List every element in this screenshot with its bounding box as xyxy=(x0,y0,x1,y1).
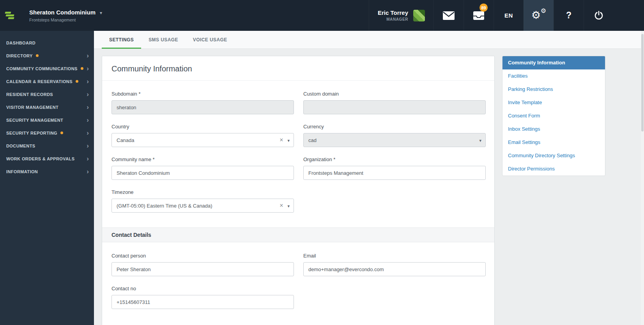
country-field-group: Country Canada xyxy=(111,124,294,147)
settings-nav-item[interactable]: Invite Template xyxy=(502,96,605,109)
sidebar-item[interactable]: SECURITY REPORTING xyxy=(0,126,94,139)
community-information-card: Community Information Subdomain * Custom… xyxy=(102,56,495,325)
community-name: Sheraton Condominium xyxy=(29,9,96,16)
currency-label: Currency xyxy=(303,124,486,130)
community-selector[interactable]: Sheraton Condominium Frontsteps Manageme… xyxy=(29,0,102,31)
sidebar-item-label: SECURITY MANAGEMENT xyxy=(6,118,63,123)
tab[interactable]: SETTINGS xyxy=(102,31,141,48)
community-name-input[interactable] xyxy=(111,166,294,180)
contact-no-input[interactable] xyxy=(111,295,294,309)
topbar: Sheraton Condominium Frontsteps Manageme… xyxy=(0,0,644,31)
user-menu[interactable]: Eric Torrey MANAGER xyxy=(369,0,433,31)
main-content: SETTINGS SMS USAGE VOICE USAGE Community… xyxy=(94,31,644,325)
app-logo[interactable] xyxy=(0,0,19,31)
email-field-group: Email xyxy=(303,253,486,276)
sidebar-item[interactable]: DASHBOARD xyxy=(0,36,94,49)
tab-label: SMS USAGE xyxy=(149,37,178,43)
sidebar-item[interactable]: DIRECTORY xyxy=(0,49,94,62)
scrollbar-thumb[interactable] xyxy=(641,34,644,131)
sidebar-item-label: INFORMATION xyxy=(6,169,38,174)
settings-nav-item[interactable]: Email Settings xyxy=(502,136,605,149)
email-input[interactable] xyxy=(303,262,486,276)
clear-icon[interactable] xyxy=(278,202,286,209)
notification-dot-icon xyxy=(76,80,78,83)
user-name: Eric Torrey xyxy=(378,9,408,16)
chevron-right-icon xyxy=(87,117,89,124)
chevron-right-icon xyxy=(87,65,89,72)
tab[interactable]: SMS USAGE xyxy=(141,31,186,48)
sidebar-item-label: WORK ORDERS & APPROVALS xyxy=(6,156,74,161)
page-title: Community Information xyxy=(111,64,485,73)
settings-nav-item[interactable]: Community Directory Settings xyxy=(502,149,605,162)
sidebar-item-label: DOCUMENTS xyxy=(6,144,35,148)
subdomain-label: Subdomain * xyxy=(111,91,294,97)
custom-domain-label: Custom domain xyxy=(303,91,486,97)
envelope-icon xyxy=(443,11,455,20)
currency-select[interactable]: cad xyxy=(303,133,486,147)
settings-nav-item[interactable]: Consent Form xyxy=(502,109,605,123)
settings-nav-item[interactable]: Inbox Settings xyxy=(502,123,605,136)
settings-nav-item[interactable]: Community Information xyxy=(502,56,605,69)
settings-nav-item[interactable]: Director Permissions xyxy=(502,162,605,176)
messages-button[interactable] xyxy=(433,0,464,31)
subdomain-field-group: Subdomain * xyxy=(111,91,294,114)
contact-details-section-header: Contact Details xyxy=(102,227,494,242)
email-label: Email xyxy=(303,253,486,259)
sidebar-item[interactable]: VISITOR MANAGEMENT xyxy=(0,101,94,114)
community-name-field-group: Community name * xyxy=(111,156,294,180)
caret-down-icon xyxy=(478,137,481,143)
chevron-right-icon xyxy=(87,104,89,111)
help-button[interactable]: ? xyxy=(554,0,584,31)
sidebar-item[interactable]: CALENDAR & RESERVATIONS xyxy=(0,75,94,88)
organization-label: Organization * xyxy=(303,156,486,162)
timezone-label: Timezone xyxy=(111,189,294,195)
country-select[interactable]: Canada xyxy=(111,133,294,147)
chevron-right-icon xyxy=(87,91,89,98)
settings-nav-item[interactable]: Parking Restrictions xyxy=(502,83,605,96)
sidebar-item-label: RESIDENT RECORDS xyxy=(6,92,53,97)
sidebar-item[interactable]: COMMUNITY COMMUNICATIONS xyxy=(0,62,94,75)
logout-button[interactable] xyxy=(584,0,614,31)
settings-nav-item[interactable]: Facilities xyxy=(502,69,605,83)
sidebar-item[interactable]: INFORMATION xyxy=(0,165,94,178)
timezone-value: (GMT-05:00) Eastern Time (US & Canada) xyxy=(117,203,278,209)
sidebar-item[interactable]: SECURITY MANAGEMENT xyxy=(0,114,94,126)
contact-person-input[interactable] xyxy=(111,262,294,276)
tab-label: VOICE USAGE xyxy=(193,37,227,43)
language-button[interactable]: EN xyxy=(494,0,524,31)
notification-dot-icon xyxy=(60,131,63,134)
clear-icon[interactable] xyxy=(278,137,286,144)
sidebar-item[interactable]: WORK ORDERS & APPROVALS xyxy=(0,152,94,165)
chevron-right-icon xyxy=(87,52,89,59)
settings-button[interactable] xyxy=(524,0,554,31)
sidebar-item-label: CALENDAR & RESERVATIONS xyxy=(6,79,73,84)
custom-domain-input[interactable] xyxy=(303,100,486,114)
sidebar-item[interactable]: RESIDENT RECORDS xyxy=(0,88,94,101)
timezone-field-group: Timezone (GMT-05:00) Eastern Time (US & … xyxy=(111,189,294,213)
scrollbar[interactable] xyxy=(641,31,644,325)
subdomain-input[interactable] xyxy=(111,100,294,114)
organization-input[interactable] xyxy=(303,166,486,180)
tab[interactable]: VOICE USAGE xyxy=(186,31,235,48)
sidebar-item-label: VISITOR MANAGEMENT xyxy=(6,105,58,110)
power-icon xyxy=(594,11,603,20)
currency-field-group: Currency cad xyxy=(303,124,486,147)
notification-dot-icon xyxy=(36,54,39,57)
timezone-select[interactable]: (GMT-05:00) Eastern Time (US & Canada) xyxy=(111,199,294,213)
inbox-button[interactable]: 89 xyxy=(464,0,494,31)
tab-label: SETTINGS xyxy=(109,37,134,43)
avatar xyxy=(413,10,425,21)
topbar-actions: Eric Torrey MANAGER 89 EN ? xyxy=(369,0,644,31)
user-role: MANAGER xyxy=(378,17,408,21)
caret-down-icon xyxy=(100,9,102,16)
sidebar-item-label: SECURITY REPORTING xyxy=(6,131,57,135)
sidebar-item[interactable]: DOCUMENTS xyxy=(0,139,94,152)
chevron-right-icon xyxy=(87,168,89,175)
card-header: Community Information xyxy=(102,56,494,81)
caret-down-icon[interactable] xyxy=(286,203,290,209)
settings-section-nav: Community InformationFacilitiesParking R… xyxy=(502,56,605,176)
card-body: Subdomain * Custom domain Country Canada xyxy=(102,81,494,325)
organization-field-group: Organization * xyxy=(303,156,486,180)
contact-no-label: Contact no xyxy=(111,286,294,291)
caret-down-icon[interactable] xyxy=(286,137,290,143)
